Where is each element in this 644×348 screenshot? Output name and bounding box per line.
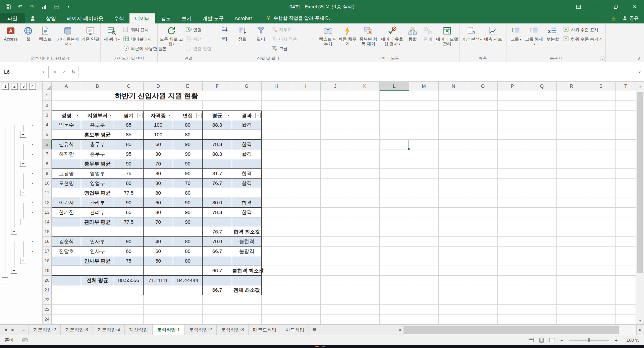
cell-K10[interactable] — [350, 179, 380, 188]
cell-F24[interactable] — [203, 315, 232, 324]
cell-F21[interactable]: 66.7 — [203, 285, 232, 295]
tab-review[interactable]: 검토 — [155, 13, 176, 23]
cell-N21[interactable] — [439, 285, 468, 295]
column-header-L[interactable]: L — [380, 82, 409, 91]
sheet-tab-1[interactable]: 기본작업-3 — [61, 325, 93, 335]
from-table-button[interactable]: 테이블에서 — [122, 36, 157, 43]
cell-G21[interactable]: 전체 최소값 — [232, 285, 262, 295]
row-header-1[interactable]: 1 — [43, 91, 52, 101]
cell-R16[interactable] — [557, 237, 586, 247]
cancel-formula-button[interactable]: ✕ — [50, 69, 59, 75]
cell-C15[interactable] — [114, 227, 144, 237]
outline-level-3-button[interactable]: 3 — [20, 83, 27, 90]
cell-J22[interactable] — [321, 295, 350, 305]
cell-K20[interactable] — [350, 276, 380, 285]
cell-C8[interactable]: 90 — [114, 159, 144, 169]
cell-F17[interactable]: 66.7 — [203, 247, 232, 256]
cell-J18[interactable] — [321, 256, 350, 266]
cell-Q9[interactable] — [527, 169, 557, 179]
cell-S20[interactable] — [586, 276, 616, 285]
cell-N19[interactable] — [439, 266, 468, 276]
cell-A7[interactable]: 하지만 — [52, 149, 81, 159]
column-header-R[interactable]: R — [557, 82, 586, 91]
relationships-button[interactable]: 관계 — [420, 24, 436, 54]
minimize-button[interactable] — [588, 0, 606, 13]
cell-Q12[interactable] — [527, 198, 557, 208]
cell-C10[interactable]: 80 — [114, 179, 144, 188]
sheet-nav-left-icon[interactable]: ◀ — [4, 328, 7, 332]
cell-K17[interactable] — [350, 247, 380, 256]
cell-H11[interactable] — [262, 188, 291, 198]
cell-D23[interactable] — [144, 305, 173, 315]
cell-S17[interactable] — [586, 247, 616, 256]
cell-N24[interactable] — [439, 315, 468, 324]
cell-H2[interactable] — [262, 101, 291, 111]
cell-C14[interactable]: 77.5 — [114, 217, 144, 227]
cell-A2[interactable] — [52, 101, 81, 111]
cell-P1[interactable] — [498, 91, 527, 101]
cell-J23[interactable] — [321, 305, 350, 315]
cell-L13[interactable] — [380, 208, 409, 217]
column-header-D[interactable]: D — [144, 82, 173, 91]
cell-M4[interactable] — [409, 120, 439, 130]
sheet-tab-3[interactable]: 계산작업 — [125, 325, 153, 335]
row-header-17[interactable]: 17 — [43, 247, 52, 256]
cell-Q8[interactable] — [527, 159, 557, 169]
cell-E2[interactable] — [173, 101, 203, 111]
cell-N20[interactable] — [439, 276, 468, 285]
restore-button[interactable] — [606, 0, 625, 13]
cell-S15[interactable] — [586, 227, 616, 237]
cell-M11[interactable] — [409, 188, 439, 198]
cell-S13[interactable] — [586, 208, 616, 217]
cell-Q6[interactable] — [527, 140, 557, 149]
cell-I9[interactable] — [291, 169, 321, 179]
cell-P14[interactable] — [498, 217, 527, 227]
cell-N6[interactable] — [439, 140, 468, 149]
cell-H18[interactable] — [262, 256, 291, 266]
cell-J2[interactable] — [321, 101, 350, 111]
cell-K4[interactable] — [350, 120, 380, 130]
cell-J16[interactable] — [321, 237, 350, 247]
cell-O3[interactable] — [468, 111, 498, 120]
cell-T20[interactable] — [616, 276, 636, 285]
cell-P11[interactable] — [498, 188, 527, 198]
cell-D5[interactable]: 100 — [144, 130, 173, 140]
cell-N22[interactable] — [439, 295, 468, 305]
collapse-button-row-5[interactable]: − — [20, 132, 26, 138]
cell-F15[interactable]: 76.7 — [203, 227, 232, 237]
cell-T8[interactable] — [616, 159, 636, 169]
cell-E4[interactable]: 80 — [173, 120, 203, 130]
cell-E21[interactable] — [173, 285, 203, 295]
cell-K24[interactable] — [350, 315, 380, 324]
cell-T9[interactable] — [616, 169, 636, 179]
cell-O1[interactable] — [468, 91, 498, 101]
cell-G11[interactable] — [232, 188, 262, 198]
cell-L8[interactable] — [380, 159, 409, 169]
cell-Q3[interactable] — [527, 111, 557, 120]
cell-I1[interactable] — [291, 91, 321, 101]
cell-J20[interactable] — [321, 276, 350, 285]
cell-P23[interactable] — [498, 305, 527, 315]
cell-A14[interactable] — [52, 217, 81, 227]
cell-H1[interactable] — [262, 91, 291, 101]
remove-duplicates-button[interactable]: 중복된 항목 제거 — [357, 24, 379, 54]
cell-S3[interactable] — [586, 111, 616, 120]
cell-T12[interactable] — [616, 198, 636, 208]
cell-L11[interactable] — [380, 188, 409, 198]
cell-I17[interactable] — [291, 247, 321, 256]
cell-M12[interactable] — [409, 198, 439, 208]
row-header-18[interactable]: 18 — [43, 256, 52, 266]
column-header-B[interactable]: B — [81, 82, 114, 91]
cell-Q20[interactable] — [527, 276, 557, 285]
properties-button[interactable]: 속성 — [184, 36, 218, 43]
cell-N8[interactable] — [439, 159, 468, 169]
cell-N5[interactable] — [439, 130, 468, 140]
cell-T10[interactable] — [616, 179, 636, 188]
sheet-tab-4[interactable]: 분석작업-1 — [153, 325, 184, 335]
cell-S14[interactable] — [586, 217, 616, 227]
cell-L4[interactable] — [380, 120, 409, 130]
cell-O16[interactable] — [468, 237, 498, 247]
cell-I4[interactable] — [291, 120, 321, 130]
row-header-12[interactable]: 12 — [43, 198, 52, 208]
cell-S12[interactable] — [586, 198, 616, 208]
